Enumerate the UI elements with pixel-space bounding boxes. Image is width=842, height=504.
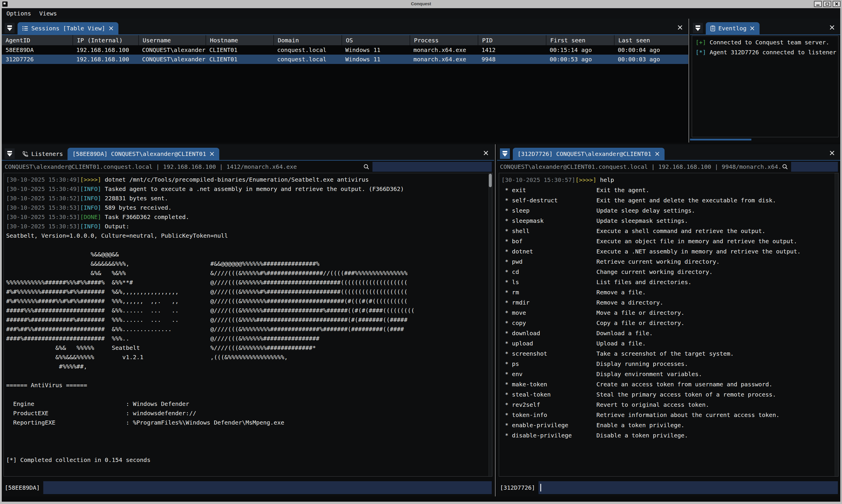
command-prompt-row: [58EE89DA] xyxy=(5,481,492,494)
tab-session-312D7726[interactable]: [312D7726] CONQUEST\alexander@CLIENT01 xyxy=(513,148,665,160)
column-header[interactable]: Hostname xyxy=(206,35,273,45)
tab-listeners[interactable]: Listeners xyxy=(18,148,68,160)
menu-options[interactable]: Options xyxy=(6,10,31,17)
command-input[interactable] xyxy=(43,481,492,494)
eventlog-hscrollbar-thumb[interactable] xyxy=(690,139,751,141)
eventlog-output: [+] Connected to Conquest team server. [… xyxy=(692,36,839,137)
close-icon xyxy=(677,24,683,30)
close-icon xyxy=(829,150,835,156)
console-panel-header: Listeners [58EE89DA] CONQUEST\alexander@… xyxy=(2,144,494,161)
cell: conquest.local xyxy=(273,56,342,63)
console-panel-close-button[interactable] xyxy=(829,150,835,156)
console-output: [30-10-2025 15:30:49][>>>>] dotnet /mnt/… xyxy=(4,173,492,466)
panel-dropdown-button[interactable] xyxy=(5,23,15,33)
cell: Windows 11 xyxy=(342,56,410,63)
panel-dropdown-button[interactable] xyxy=(5,148,15,159)
column-header[interactable]: AgentID xyxy=(2,35,72,45)
eventlog-panel: Eventlog [+] Connected to Conquest team … xyxy=(690,19,840,143)
vertical-splitter[interactable] xyxy=(688,19,689,143)
cell: monarch.x64.exe xyxy=(410,47,478,53)
agent-context-text: CONQUEST\alexander@CLIENT01.conquest.loc… xyxy=(500,163,782,170)
column-header[interactable]: PID xyxy=(478,35,546,45)
cell: CONQUEST\alexander xyxy=(138,56,206,63)
column-header[interactable]: IP (Internal) xyxy=(72,35,138,45)
event-tag: [+] xyxy=(695,39,706,46)
scrollbar-thumb[interactable] xyxy=(489,174,492,187)
window-border xyxy=(0,8,2,504)
scrollbar-track[interactable] xyxy=(488,173,492,476)
cell: CLIENT01 xyxy=(206,47,273,53)
agent-console-312D7726-panel: [312D7726] CONQUEST\alexander@CLIENT01 C… xyxy=(497,144,840,497)
eventlog-panel-close-button[interactable] xyxy=(829,24,835,30)
menubar: Options Views xyxy=(2,8,840,19)
close-icon xyxy=(835,2,839,6)
session-row[interactable]: 312D7726192.168.168.100CONQUEST\alexande… xyxy=(2,55,688,64)
minimize-button[interactable] xyxy=(814,1,822,7)
column-header[interactable]: OS xyxy=(342,35,410,45)
search-icon xyxy=(782,163,788,170)
scrollbar-track[interactable] xyxy=(835,173,838,476)
cell: 192.168.168.100 xyxy=(72,56,138,63)
cell: 00:00:03 ago xyxy=(614,56,688,63)
tab-close-icon[interactable] xyxy=(108,26,114,31)
sessions-table-header: AgentIDIP (Internal)UsernameHostnameDoma… xyxy=(2,35,688,45)
cell: 9948 xyxy=(478,56,546,63)
search-input[interactable] xyxy=(791,162,838,172)
tab-close-icon[interactable] xyxy=(750,26,755,31)
menu-views[interactable]: Views xyxy=(39,10,57,17)
session-row[interactable]: 58EE89DA192.168.168.100CONQUEST\alexande… xyxy=(2,45,688,55)
panel-dropdown-button[interactable] xyxy=(500,148,510,159)
tab-eventlog[interactable]: Eventlog xyxy=(706,22,759,34)
search-icon xyxy=(363,163,370,170)
command-input[interactable] xyxy=(538,481,838,494)
vertical-splitter[interactable] xyxy=(495,144,496,497)
cell: conquest.local xyxy=(273,47,342,53)
cell: 1412 xyxy=(478,47,546,53)
column-header[interactable]: Username xyxy=(138,35,206,45)
cell: Windows 11 xyxy=(342,47,410,53)
console-output-box: [30-10-2025 15:30:57][>>>>] help * exit … xyxy=(499,173,839,476)
window-title: Conquest xyxy=(0,1,842,6)
text-cursor xyxy=(540,484,541,491)
search-input[interactable] xyxy=(373,162,492,172)
titlebar: Conquest xyxy=(0,0,842,8)
maximize-button[interactable] xyxy=(823,1,831,7)
agent-status-bar: CONQUEST\alexander@CLIENT01.conquest.loc… xyxy=(5,161,492,172)
console-panel-close-button[interactable] xyxy=(483,150,489,156)
agent-status-bar: CONQUEST\alexander@CLIENT01.conquest.loc… xyxy=(500,161,838,172)
sessions-panel-close-button[interactable] xyxy=(677,24,683,30)
conquest-window: Conquest Options Views Sessions [Table V… xyxy=(0,0,842,504)
sessions-table-rows: 58EE89DA192.168.168.100CONQUEST\alexande… xyxy=(2,45,688,64)
agent-context-text: CONQUEST\alexander@CLIENT01.conquest.loc… xyxy=(5,163,363,170)
tab-close-icon[interactable] xyxy=(209,151,214,157)
tab-label: [58EE89DA] CONQUEST\alexander@CLIENT01 xyxy=(72,150,206,157)
tab-label: [312D7726] CONQUEST\alexander@CLIENT01 xyxy=(517,150,651,157)
cell: 00:00:04 ago xyxy=(614,47,688,53)
cell: 58EE89DA xyxy=(2,47,72,53)
panel-dropdown-button[interactable] xyxy=(693,23,703,33)
tab-session-58EE89DA[interactable]: [58EE89DA] CONQUEST\alexander@CLIENT01 xyxy=(68,148,219,160)
tab-close-icon[interactable] xyxy=(655,151,660,157)
minimize-icon xyxy=(816,5,820,5)
column-header[interactable]: First seen xyxy=(546,35,614,45)
close-icon xyxy=(483,150,489,156)
cell: monarch.x64.exe xyxy=(410,56,478,63)
eventlog-panel-header: Eventlog xyxy=(690,19,840,35)
window-border xyxy=(840,8,842,504)
column-header[interactable]: Domain xyxy=(273,35,342,45)
cell: 312D7726 xyxy=(2,56,72,63)
prompt-label: [312D7726] xyxy=(500,484,535,491)
close-window-button[interactable] xyxy=(832,1,841,7)
prompt-label: [58EE89DA] xyxy=(5,484,40,491)
tab-sessions-table-view[interactable]: Sessions [Table View] xyxy=(18,22,118,34)
cell: CLIENT01 xyxy=(206,56,273,63)
console-panel-header: [312D7726] CONQUEST\alexander@CLIENT01 xyxy=(497,144,840,161)
dropdown-icon xyxy=(695,25,700,27)
close-icon xyxy=(829,24,835,30)
event-tag: [*] xyxy=(695,49,706,56)
column-header[interactable]: Process xyxy=(410,35,478,45)
column-header[interactable]: Last seen xyxy=(614,35,688,45)
dropdown-icon xyxy=(7,25,12,27)
cell: CONQUEST\alexander xyxy=(138,47,206,53)
sessions-panel: Sessions [Table View] AgentIDIP (Interna… xyxy=(2,19,688,143)
